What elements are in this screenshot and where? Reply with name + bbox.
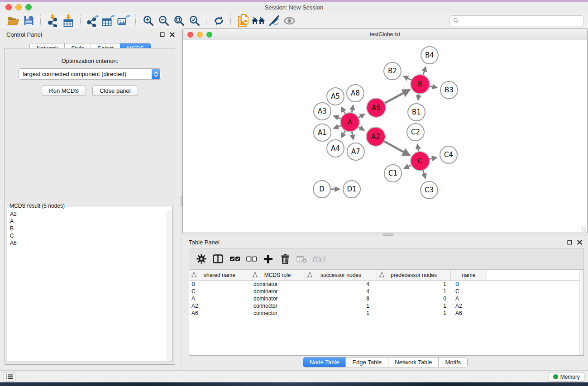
search-box[interactable] [449,15,584,26]
mcds-result-item[interactable]: A2 [8,210,167,218]
tab-motifs[interactable]: Motifs [438,357,467,367]
cybrowser-home-button[interactable] [251,14,266,28]
graph-node-A6[interactable]: A6 [367,98,386,117]
table-cell[interactable]: A2 [189,303,250,309]
table-row[interactable]: Cdominator41C [189,288,583,295]
column-header-MCDS-role[interactable]: MCDS role [250,270,305,280]
save-session-button[interactable] [21,14,36,28]
table-cell[interactable]: connector [250,303,305,309]
export-image-button[interactable] [116,14,131,28]
zoom-in-button[interactable] [140,14,156,28]
column-header-predecessor-nodes[interactable]: predecessor nodes [377,270,451,280]
show-hide-panel-button[interactable] [282,14,297,28]
table-cell[interactable]: 1 [377,310,451,316]
show-networks-list-button[interactable] [4,372,15,381]
float-table-panel-icon[interactable] [567,239,573,245]
table-row[interactable]: A2connector11A2 [189,302,583,310]
graph-edge-C-C2[interactable] [417,144,419,152]
graph-edge-B-B1[interactable] [418,94,419,100]
graph-node-C3[interactable]: C3 [421,181,438,199]
mcds-result-list[interactable]: A2ABCA6 [8,210,167,361]
graph-edge-C-C1[interactable] [404,165,411,168]
table-row[interactable]: Bdominator41B [189,281,583,288]
graph-edge-A-A5[interactable] [341,107,345,114]
graph-node-A2[interactable]: A2 [366,127,385,146]
graph-edge-A-A2[interactable] [358,127,364,130]
table-cell[interactable]: A [451,295,487,302]
column-header-shared-name[interactable]: shared name [189,270,250,280]
tab-node-table[interactable]: Node Table [303,357,346,367]
table-cell[interactable]: 1 [377,303,451,309]
refresh-button[interactable] [211,14,226,28]
graph-node-B4[interactable]: B4 [421,47,438,64]
network-canvas[interactable]: AA1A2A3A4A5A6A7A8BB1B2B3B4CC1C2C3C4DD1 [183,40,587,232]
float-panel-icon[interactable] [159,32,165,38]
table-cell[interactable]: dominator [250,288,305,295]
graph-node-A1[interactable]: A1 [314,124,331,141]
graph-edge-C-C4[interactable] [429,157,436,159]
import-network-button[interactable] [45,14,61,28]
search-input[interactable] [461,16,583,25]
table-cell[interactable]: 4 [305,281,377,287]
tab-edge-table[interactable]: Edge Table [345,357,388,367]
horizontal-split-divider[interactable] [182,233,588,236]
horizontal-split-handle[interactable] [383,234,393,236]
table-cell[interactable]: 8 [305,295,377,302]
table-cell[interactable]: connector [250,310,305,316]
zoom-fit-button[interactable] [171,14,186,28]
graph-edge-B-B2[interactable] [403,76,411,80]
table-row[interactable]: A6connector11A6 [189,310,583,317]
table-cell[interactable]: 4 [305,288,377,295]
graph-node-C4[interactable]: C4 [440,146,457,163]
network-graph[interactable]: AA1A2A3A4A5A6A7A8BB1B2B3B4CC1C2C3C4DD1 [183,40,587,232]
graph-edge-A-A1[interactable] [334,125,341,128]
split-columns-button[interactable] [210,251,226,267]
new-network-from-selection-button[interactable] [235,14,251,28]
close-panel-button[interactable]: Close panel [92,86,138,96]
export-table-button[interactable] [100,14,116,28]
table-options-gear-button[interactable] [193,251,210,267]
mcds-result-item[interactable]: C [8,232,167,239]
graph-node-A7[interactable]: A7 [347,143,364,160]
graph-edge-A-A4[interactable] [341,130,345,138]
table-scrollbar[interactable] [579,270,583,355]
graph-node-C[interactable]: C [411,152,430,171]
import-table-button[interactable] [61,14,76,28]
graph-node-B[interactable]: B [411,75,430,94]
graph-edge-A2-C[interactable] [384,141,410,155]
table-cell[interactable]: A2 [451,303,487,309]
table-cell[interactable]: 1 [377,281,451,287]
close-table-panel-icon[interactable] [577,239,583,245]
graph-edge-B-B4[interactable] [423,67,426,75]
column-header-name[interactable]: name [451,270,487,280]
mcds-result-item[interactable]: A [8,218,167,225]
table-cell[interactable]: C [189,288,250,295]
table-cell[interactable]: 1 [305,310,377,316]
graph-node-C2[interactable]: C2 [407,124,424,141]
close-panel-icon[interactable] [169,32,175,38]
criterion-dropdown[interactable]: largest connected component (directed) [19,68,161,80]
hide-graphics-details-button[interactable] [266,14,282,28]
graph-edge-A-A6[interactable] [358,114,364,118]
graph-edge-A-A8[interactable] [352,105,353,113]
add-column-button[interactable] [260,251,277,267]
table-cell[interactable]: B [451,281,487,287]
graph-node-B1[interactable]: B1 [408,104,425,121]
graph-node-A3[interactable]: A3 [314,103,331,120]
result-scrollbar[interactable] [167,210,172,361]
graph-edge-B-B3[interactable] [430,86,437,87]
column-header-successor-nodes[interactable]: successor nodes [305,270,377,280]
graph-node-B3[interactable]: B3 [440,81,458,99]
resize-grip-icon[interactable] [581,226,586,232]
table-cell[interactable]: A6 [451,310,487,316]
graph-edge-A-A3[interactable] [334,116,341,119]
table-cell[interactable]: A6 [189,310,250,316]
table-cell[interactable]: dominator [250,295,305,302]
memory-button[interactable]: Memory [549,372,584,382]
graph-edge-C-C3[interactable] [423,170,425,178]
graph-node-D[interactable]: D [313,181,330,198]
zoom-out-button[interactable] [156,14,171,28]
table-cell[interactable]: C [451,288,487,295]
select-all-columns-button[interactable] [226,251,243,267]
deselect-all-columns-button[interactable] [243,251,260,267]
